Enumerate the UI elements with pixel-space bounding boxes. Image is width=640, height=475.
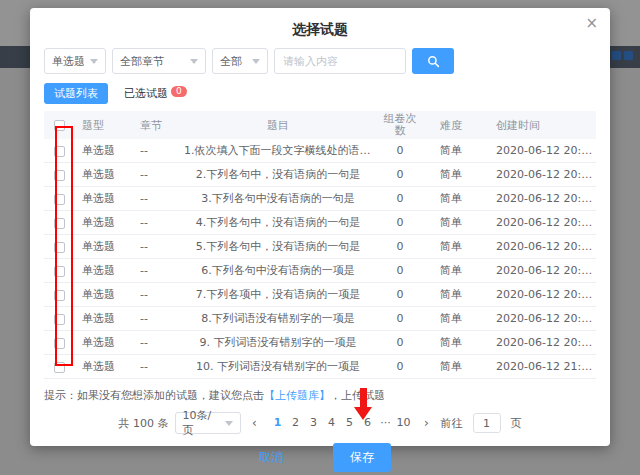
- question-type-select[interactable]: 单选题: [44, 48, 106, 74]
- cell-paper-count: 0: [372, 216, 428, 229]
- table-row: 单选题 -- 7.下列各项中，没有语病的一项是 0 简单 2020-06-12 …: [44, 283, 596, 307]
- row-checkbox[interactable]: [54, 314, 65, 325]
- cell-difficulty: 简单: [428, 191, 486, 206]
- cell-question-type: 单选题: [74, 239, 132, 254]
- cell-title: 8.下列词语没有错别字的一项是: [184, 311, 372, 326]
- scope-value: 全部: [220, 54, 242, 69]
- search-button[interactable]: [412, 48, 454, 74]
- cell-difficulty: 简单: [428, 167, 486, 182]
- page-number[interactable]: 5: [341, 414, 359, 432]
- scope-select[interactable]: 全部: [212, 48, 268, 74]
- cell-title: 5.下列各句中，没有语病的一句是: [184, 239, 372, 254]
- page-number[interactable]: 1: [269, 414, 287, 432]
- row-checkbox[interactable]: [54, 338, 65, 349]
- select-all-checkbox[interactable]: [54, 120, 65, 131]
- hint-text: 提示：如果没有您想添加的试题，建议您点击【上传题库】，上传试题: [44, 388, 596, 403]
- cell-question-type: 单选题: [74, 263, 132, 278]
- row-checkbox[interactable]: [54, 218, 65, 229]
- page-number[interactable]: 4: [323, 414, 341, 432]
- cell-title: 7.下列各项中，没有语病的一项是: [184, 287, 372, 302]
- table-row: 单选题 -- 10. 下列词语没有错别字的一项是 0 简单 2020-06-12…: [44, 355, 596, 379]
- cell-paper-count: 0: [372, 360, 428, 373]
- cell-created-time: 2020-06-12 20:58:57: [486, 336, 596, 349]
- page-number[interactable]: 10: [395, 414, 413, 432]
- header-paper-count: 组卷次数: [381, 113, 419, 137]
- cell-question-type: 单选题: [74, 335, 132, 350]
- row-checkbox[interactable]: [54, 266, 65, 277]
- cell-chapter: --: [132, 288, 184, 301]
- header-created-time: 创建时间: [486, 118, 596, 133]
- page-number[interactable]: 6: [359, 414, 377, 432]
- cancel-button[interactable]: 取消: [249, 444, 293, 471]
- table-row: 单选题 -- 8.下列词语没有错别字的一项是 0 简单 2020-06-12 2…: [44, 307, 596, 331]
- page-number[interactable]: 2: [287, 414, 305, 432]
- cell-difficulty: 简单: [428, 335, 486, 350]
- tab-question-list[interactable]: 试题列表: [44, 83, 108, 104]
- pagination: 共 100 条 10条/页 ‹ 1 2 3 4 5 6 ··· 10: [30, 411, 610, 435]
- cell-question-type: 单选题: [74, 359, 132, 374]
- header-title: 题目: [184, 118, 372, 133]
- cell-paper-count: 0: [372, 144, 428, 157]
- goto-page-input[interactable]: [473, 413, 501, 433]
- cell-title: 9. 下列词语没有错别字的一项是: [184, 335, 372, 350]
- tab-bar: 试题列表 已选试题0: [44, 83, 596, 103]
- selected-count-badge: 0: [171, 86, 187, 98]
- search-input[interactable]: [274, 48, 406, 74]
- goto-unit: 页: [511, 416, 522, 431]
- table-row: 单选题 -- 6.下列各句中没有语病的一项是 0 简单 2020-06-12 2…: [44, 259, 596, 283]
- chevron-down-icon: [190, 59, 198, 64]
- cell-difficulty: 简单: [428, 239, 486, 254]
- table-row: 单选题 -- 9. 下列词语没有错别字的一项是 0 简单 2020-06-12 …: [44, 331, 596, 355]
- cell-question-type: 单选题: [74, 311, 132, 326]
- table-row: 单选题 -- 3.下列各句中没有语病的一句是 0 简单 2020-06-12 2…: [44, 187, 596, 211]
- page-number[interactable]: ···: [377, 414, 395, 432]
- table-body: 单选题 -- 1.依次填入下面一段文字横线处的语句，衔接最... 0 简单 20…: [44, 139, 596, 379]
- search-icon: [427, 55, 440, 68]
- row-checkbox[interactable]: [54, 290, 65, 301]
- row-checkbox[interactable]: [54, 242, 65, 253]
- cell-paper-count: 0: [372, 336, 428, 349]
- table-row: 单选题 -- 4.下列各句中，没有语病的一句是 0 简单 2020-06-12 …: [44, 211, 596, 235]
- row-checkbox[interactable]: [54, 170, 65, 181]
- cell-chapter: --: [132, 360, 184, 373]
- save-button[interactable]: 保存: [333, 443, 391, 472]
- chevron-down-icon: [252, 59, 260, 64]
- cell-created-time: 2020-06-12 20:50:52: [486, 168, 596, 181]
- row-checkbox[interactable]: [54, 362, 65, 373]
- cell-difficulty: 简单: [428, 215, 486, 230]
- cell-question-type: 单选题: [74, 287, 132, 302]
- page-number[interactable]: 3: [305, 414, 323, 432]
- cell-title: 2.下列各句中，没有语病的一句是: [184, 167, 372, 182]
- page-size-value: 10条/页: [183, 408, 220, 438]
- select-question-dialog: 选择试题 × 单选题 全部章节 全部 试题列表 已选试题0: [30, 8, 610, 446]
- table-row: 单选题 -- 5.下列各句中，没有语病的一句是 0 简单 2020-06-12 …: [44, 235, 596, 259]
- cell-chapter: --: [132, 264, 184, 277]
- cell-created-time: 2020-06-12 20:56:38: [486, 288, 596, 301]
- row-checkbox[interactable]: [54, 146, 65, 157]
- table-row: 单选题 -- 1.依次填入下面一段文字横线处的语句，衔接最... 0 简单 20…: [44, 139, 596, 163]
- cell-difficulty: 简单: [428, 143, 486, 158]
- header-question-type: 题型: [74, 118, 132, 133]
- cell-created-time: 2020-06-12 20:48:53: [486, 144, 596, 157]
- cell-paper-count: 0: [372, 264, 428, 277]
- cell-question-type: 单选题: [74, 191, 132, 206]
- cell-created-time: 2020-06-12 20:55:15: [486, 264, 596, 277]
- dialog-title: 选择试题: [30, 8, 610, 39]
- close-icon[interactable]: ×: [585, 16, 598, 31]
- cell-title: 4.下列各句中，没有语病的一句是: [184, 215, 372, 230]
- chevron-down-icon: [225, 421, 233, 426]
- upload-question-bank-link[interactable]: 【上传题库】: [264, 389, 330, 402]
- cell-difficulty: 简单: [428, 263, 486, 278]
- prev-page-button[interactable]: ‹: [247, 416, 263, 430]
- chapter-select[interactable]: 全部章节: [112, 48, 206, 74]
- header-difficulty: 难度: [428, 118, 486, 133]
- hint-prefix: 提示：如果没有您想添加的试题，建议您点击: [44, 389, 264, 402]
- tab-selected-questions[interactable]: 已选试题0: [124, 86, 187, 101]
- page-list: 1 2 3 4 5 6 ··· 10: [269, 414, 413, 432]
- next-page-button[interactable]: ›: [419, 416, 435, 430]
- table-header: 题型 章节 题目 组卷次数 难度 创建时间: [44, 111, 596, 139]
- cell-chapter: --: [132, 336, 184, 349]
- cell-created-time: 2020-06-12 20:57:17: [486, 312, 596, 325]
- row-checkbox[interactable]: [54, 194, 65, 205]
- page-size-select[interactable]: 10条/页: [175, 412, 241, 434]
